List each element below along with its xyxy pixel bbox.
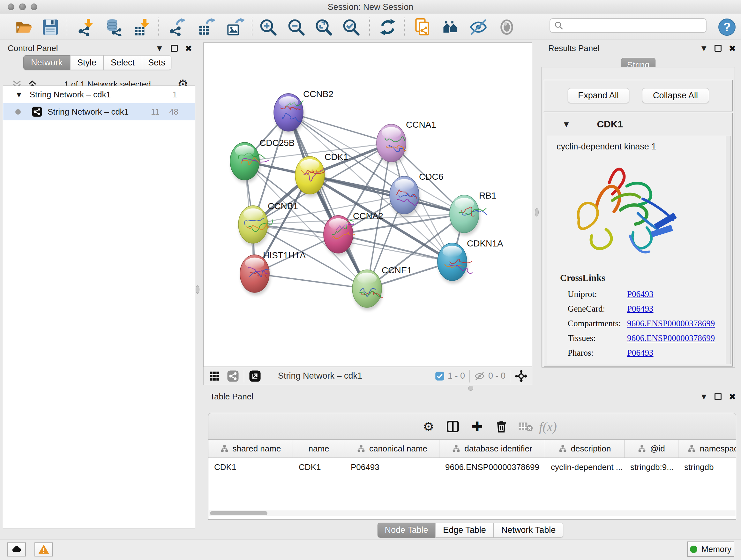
table-panel-close-icon[interactable]: ✖ (729, 392, 736, 401)
network-node-rb1[interactable]: RB1 (450, 191, 496, 236)
help-button[interactable]: ? (718, 17, 737, 37)
pan-crosshair-icon[interactable] (515, 370, 528, 382)
column-tree-icon (357, 444, 365, 453)
table-panel-menu-icon[interactable]: ▼ (701, 393, 706, 400)
results-panel-close-icon[interactable]: ✖ (729, 44, 736, 53)
hidden-eye-slash-icon[interactable] (474, 371, 485, 381)
collapse-all-button[interactable]: Collapse All (642, 88, 709, 103)
crosslink-link[interactable]: P06493 (627, 304, 654, 314)
zoom-selected-icon[interactable] (341, 17, 360, 37)
show-columns-icon[interactable] (443, 417, 462, 436)
table-horizontal-scrollbar[interactable] (209, 510, 736, 516)
export-table-icon[interactable] (197, 17, 216, 37)
crosslink-link[interactable]: P06493 (627, 348, 654, 358)
memory-button[interactable]: Memory (687, 542, 734, 557)
tab-sets[interactable]: Sets (142, 55, 172, 70)
selected-checkbox-icon[interactable] (435, 371, 445, 381)
open-session-icon[interactable] (14, 17, 33, 37)
crosslink-link[interactable]: P06493 (627, 289, 654, 299)
birds-eye-grid-icon[interactable] (208, 370, 221, 382)
crosslink-row: Uniprot:P06493 (568, 287, 721, 301)
network-node-cdkn1a[interactable]: CDKN1A (437, 239, 503, 284)
network-graph: CCNB2CCNA1CDC25BCDK1CDC6RB1CCNB1CCNA2CDK… (204, 43, 532, 367)
column-tree-icon (637, 444, 646, 453)
first-neighbors-icon[interactable] (441, 17, 460, 37)
table-tabs: Node Table Edge Table Network Table (378, 523, 563, 538)
tab-edge-table[interactable]: Edge Table (435, 523, 494, 538)
zoom-fit-content-icon[interactable] (314, 17, 333, 37)
column-header-id[interactable]: @id (624, 440, 678, 457)
export-image-icon[interactable] (226, 17, 245, 37)
delete-column-icon[interactable] (492, 417, 511, 436)
network-canvas[interactable]: CCNB2CCNA1CDC25BCDK1CDC6RB1CCNB1CCNA2CDK… (203, 43, 532, 367)
control-panel-float-icon[interactable] (171, 45, 178, 52)
expand-all-button[interactable]: Expand All (568, 88, 629, 103)
crosslink-link[interactable]: 9606.ENSP00000378699 (627, 333, 715, 343)
tab-style[interactable]: Style (70, 55, 104, 70)
network-node-ccna2[interactable]: CCNA2 (324, 211, 383, 256)
network-node-cdk1[interactable]: CDK1 (295, 152, 348, 197)
create-column-icon[interactable]: ✚ (468, 417, 487, 436)
save-session-icon[interactable] (41, 17, 60, 37)
new-network-from-selection-icon[interactable] (413, 17, 432, 37)
cdk1-section-header[interactable]: ▼ CDK1 (544, 113, 732, 135)
table-cell[interactable]: stringdb (678, 458, 736, 476)
tab-select[interactable]: Select (104, 55, 142, 70)
control-panel-menu-icon[interactable]: ▼ (157, 45, 162, 51)
column-header-description[interactable]: description (545, 440, 624, 457)
table-cell[interactable]: CDK1 (293, 458, 345, 476)
export-network-icon[interactable] (168, 17, 187, 37)
table-options-gear-icon[interactable]: ⚙ (419, 417, 438, 436)
tab-network[interactable]: Network (23, 55, 70, 70)
table-cell[interactable]: cyclin-dependent ... (545, 458, 624, 476)
cytoscape-window: Session: New Session (0, 0, 741, 560)
import-table-from-file-icon[interactable] (133, 17, 152, 37)
scrollbar-thumb[interactable] (210, 511, 267, 515)
hide-selected-icon[interactable] (469, 17, 488, 37)
string-view-icon[interactable] (226, 370, 239, 382)
network-edge[interactable] (255, 273, 367, 289)
open-in-new-window-icon[interactable] (249, 370, 261, 382)
table-panel-float-icon[interactable] (715, 393, 722, 400)
network-node-cdc25b[interactable]: CDC25B (230, 138, 294, 183)
table-cell[interactable]: stringdb:9... (624, 458, 678, 476)
apply-preferred-layout-icon[interactable] (378, 17, 397, 37)
control-panel-close-icon[interactable]: ✖ (185, 44, 192, 53)
column-header-name[interactable]: name (293, 440, 345, 457)
import-network-from-database-icon[interactable] (105, 17, 124, 37)
right-splitter-handle[interactable] (535, 208, 539, 216)
column-header-canonicalname[interactable]: canonical name (345, 440, 440, 457)
network-node-cdc6[interactable]: CDC6 (390, 172, 443, 217)
table-row[interactable]: CDK1CDK1P064939606.ENSP00000378699cyclin… (208, 458, 736, 476)
network-node-ccne1[interactable]: CCNE1 (352, 265, 412, 310)
left-splitter-handle[interactable] (196, 286, 199, 294)
import-network-from-file-icon[interactable] (77, 17, 96, 37)
network-node-ccnb2[interactable]: CCNB2 (274, 89, 333, 134)
network-edge[interactable] (288, 112, 367, 289)
table-cell[interactable]: CDK1 (208, 458, 293, 476)
network-collection-row[interactable]: ▼ String Network – cdk1 1 (3, 86, 195, 103)
network-row-selected[interactable]: String Network – cdk1 11 48 (3, 103, 195, 120)
search-input[interactable] (549, 18, 706, 33)
results-panel-float-icon[interactable] (715, 45, 722, 52)
table-cell[interactable]: P06493 (345, 458, 440, 476)
column-header-namespace[interactable]: namespace (678, 440, 736, 457)
cloud-status-button[interactable] (7, 543, 26, 557)
zoom-in-icon[interactable] (259, 17, 278, 37)
network-node-hist1h1a[interactable]: HIST1H1A (240, 250, 306, 295)
cdk1-collapse-icon[interactable]: ▼ (564, 121, 569, 127)
column-header-sharedname[interactable]: shared name (208, 440, 293, 457)
crosslink-link[interactable]: 9606.ENSP00000378699 (627, 319, 715, 328)
tab-node-table[interactable]: Node Table (378, 523, 435, 538)
zoom-out-icon[interactable] (286, 17, 306, 37)
collection-expand-icon[interactable]: ▼ (17, 91, 21, 98)
results-panel-menu-icon[interactable]: ▼ (701, 45, 706, 51)
table-header-row: shared namename canonical name database … (208, 440, 736, 458)
show-all-icon[interactable] (497, 17, 516, 37)
table-cell[interactable]: 9606.ENSP00000378699 (440, 458, 545, 476)
column-header-databaseidentifier[interactable]: database identifier (440, 440, 545, 457)
tab-network-table[interactable]: Network Table (494, 523, 563, 538)
warning-status-button[interactable] (35, 543, 53, 557)
results-scrollbar[interactable] (726, 136, 730, 364)
network-node-ccnb1[interactable]: CCNB1 (239, 201, 298, 246)
